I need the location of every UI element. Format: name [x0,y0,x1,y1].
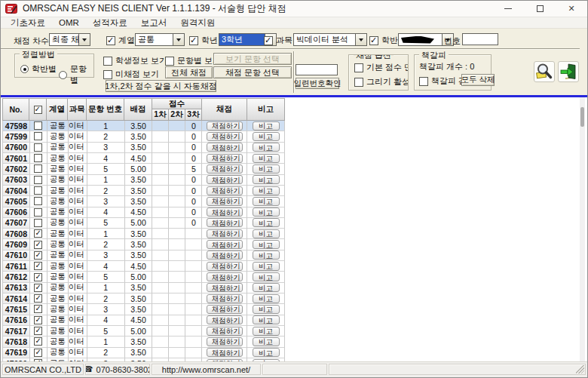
grade-button[interactable]: 채점하기 [207,197,243,206]
header-score-1st[interactable]: 1차 [152,109,169,121]
row-checkbox[interactable] [34,132,42,140]
row-checkbox[interactable] [34,273,42,281]
chevron-down-icon[interactable] [78,34,90,45]
grade-button[interactable]: 채점하기 [207,175,243,184]
drawing-enable-checkbox[interactable] [354,78,363,87]
note-button[interactable]: 비고 [253,305,280,314]
grade-button[interactable]: 채점하기 [207,240,243,249]
row-checkbox[interactable] [34,186,42,195]
note-button[interactable]: 비고 [253,272,280,281]
header-no[interactable]: No. [2,98,29,121]
header-score[interactable]: 점수 [152,98,202,109]
row-checkbox[interactable] [34,229,42,238]
grade-button[interactable]: 채점하기 [207,121,243,131]
menu-item-report[interactable]: 보고서 [134,17,174,29]
row-checkbox[interactable] [34,197,42,205]
table-row[interactable]: 47600 공통 빅데이터 분석 3 3.50 0 채점하기 비고 [3,143,285,153]
grade-button[interactable]: 채점하기 [207,164,243,174]
view-student-info-checkbox[interactable] [103,57,112,66]
row-checkbox[interactable] [34,121,42,130]
table-row[interactable]: 47603 공통 빅데이터 분석 1 3.50 0 채점하기 비고 [3,175,285,186]
grade-button[interactable]: 채점하기 [207,294,243,303]
header-note[interactable]: 비고 [247,98,285,121]
menu-item-omr[interactable]: OMR [52,18,86,27]
grade-button[interactable]: 채점하기 [207,305,243,314]
note-button[interactable]: 비고 [253,315,280,324]
grade-button[interactable]: 채점하기 [207,132,243,141]
note-button[interactable]: 비고 [253,337,280,346]
exit-button[interactable] [558,61,579,82]
sort-by-question-option[interactable]: 문항별 [59,63,93,86]
row-checkbox[interactable] [34,241,42,249]
table-row[interactable]: 47608 공통 빅데이터 분석 1 3.50 채점하기 비고 [3,229,285,239]
serial-number-input[interactable] [296,64,338,75]
search-button[interactable] [534,61,555,82]
round-combo[interactable]: 최종 채점 [49,33,90,46]
drawing-enable-option[interactable]: 그리기 활성 [354,76,409,88]
bookmark-delete-all-button[interactable]: 모두 삭제 [461,74,495,86]
note-button[interactable]: 비고 [253,283,280,292]
resize-grip[interactable] [576,365,584,373]
row-checkbox[interactable] [34,164,42,173]
row-checkbox[interactable] [34,349,42,357]
grade-all-button[interactable]: 전체 채점 [165,66,213,78]
maximize-button[interactable] [524,1,556,17]
row-checkbox[interactable] [34,219,42,227]
track-checkbox[interactable] [106,36,115,45]
view-ungraded-option[interactable]: 미채점 보기 [103,69,159,80]
vertical-scrollbar[interactable] [580,97,585,361]
row-checkbox[interactable] [34,294,42,303]
grade-button[interactable]: 채점하기 [207,207,243,217]
note-button[interactable]: 비고 [253,294,280,303]
view-student-info-option[interactable]: 학생정보 보기 [103,55,167,66]
table-row[interactable]: 47618 공통 빅데이터 분석 1 3.50 채점하기 비고 [3,337,285,347]
row-checkbox[interactable] [34,154,42,162]
row-checkbox[interactable] [34,305,42,313]
note-button[interactable]: 비고 [253,240,280,249]
view-question-select-button[interactable]: 보기 문항 선택 [213,53,292,65]
scrollbar-thumb[interactable] [580,107,584,127]
grade-question-select-button[interactable]: 채점 문항 선택 [213,66,292,78]
row-checkbox[interactable] [34,327,42,335]
table-row[interactable]: 47599 공통 빅데이터 분석 2 3.50 0 채점하기 비고 [3,131,285,142]
table-row[interactable]: 47612 공통 빅데이터 분석 5 5.00 채점하기 비고 [3,272,285,282]
row-checkbox[interactable] [34,284,42,292]
grade-button[interactable]: 채점하기 [207,315,243,324]
header-subject[interactable]: 과목 [68,98,87,121]
select-all-checkbox[interactable] [34,106,42,114]
row-checkbox[interactable] [34,251,42,260]
serial-number-check-button[interactable]: 일련번호확인 [296,78,339,89]
note-button[interactable]: 비고 [253,164,280,174]
note-button[interactable]: 비고 [253,348,280,357]
table-row[interactable]: 47615 공통 빅데이터 분석 3 3.50 채점하기 비고 [3,304,285,315]
note-button[interactable]: 비고 [253,229,280,238]
note-button[interactable]: 비고 [253,327,280,336]
table-row[interactable]: 47610 공통 빅데이터 분석 3 3.50 채점하기 비고 [3,250,285,261]
grade-button[interactable]: 채점하기 [207,272,243,281]
header-track[interactable]: 계열 [47,98,68,121]
header-score-2nd[interactable]: 2차 [169,109,185,121]
student-number-input[interactable] [462,33,498,45]
grade-button[interactable]: 채점하기 [207,337,243,346]
header-score-3rd[interactable]: 3차 [185,109,202,121]
note-button[interactable]: 비고 [253,218,280,227]
grade-button[interactable]: 채점하기 [207,283,243,292]
menu-item-basic-data[interactable]: 기초자료 [4,17,52,29]
table-row[interactable]: 47609 공통 빅데이터 분석 2 3.50 채점하기 비고 [3,239,285,250]
table-row[interactable]: 47613 공통 빅데이터 분석 1 3.50 채점하기 비고 [3,283,285,293]
grade-button[interactable]: 채점하기 [207,186,243,195]
header-question[interactable]: 문항 번호 [87,98,124,121]
header-grade[interactable]: 채점 [202,98,247,121]
table-row[interactable]: 47601 공통 빅데이터 분석 4 4.50 0 채점하기 비고 [3,153,285,164]
table-row[interactable]: 47605 공통 빅데이터 분석 3 3.50 0 채점하기 비고 [3,196,285,207]
subject-combo[interactable]: 빅데이터 분석 [293,33,367,46]
view-ungraded-checkbox[interactable] [103,70,112,79]
menu-item-grade-data[interactable]: 성적자료 [86,17,134,29]
table-row[interactable]: 47602 공통 빅데이터 분석 5 5.00 5 채점하기 비고 [3,164,285,174]
grade-button[interactable]: 채점하기 [207,229,243,238]
base-score-checkbox[interactable] [354,63,363,72]
grade-button[interactable]: 채점하기 [207,154,243,163]
auto-grade-button[interactable]: 1차,2차 점수 같을 시 자동채점 [106,80,216,92]
chevron-down-icon[interactable] [355,34,366,45]
table-row[interactable]: 47616 공통 빅데이터 분석 4 4.50 채점하기 비고 [3,315,285,326]
